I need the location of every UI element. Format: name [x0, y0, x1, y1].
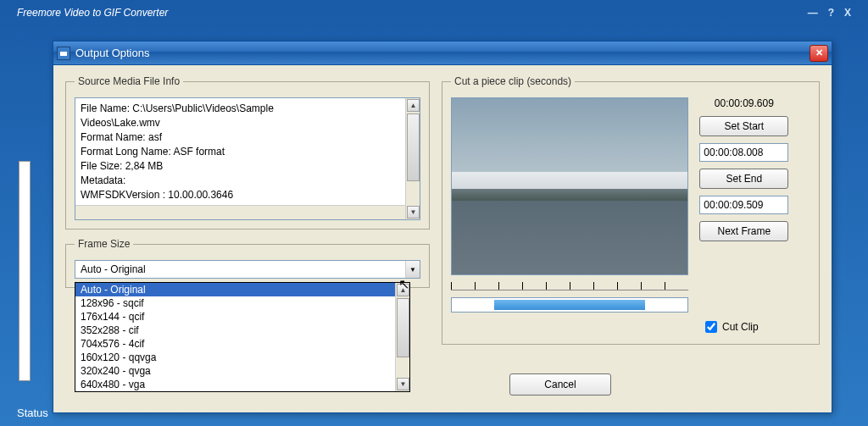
scroll-thumb[interactable]: [397, 298, 409, 357]
cut-controls: 00:00:09.609 Set Start Set End Next Fram…: [699, 97, 788, 248]
video-preview[interactable]: [451, 97, 688, 275]
cut-clip-fieldset: Cut a piece clip (seconds) 00:00:09.609 …: [442, 75, 820, 345]
cut-clip-text: Cut Clip: [722, 321, 759, 333]
parent-content-edge: [19, 161, 31, 381]
dialog-title: Output Options: [75, 47, 810, 59]
dialog-titlebar[interactable]: Output Options ✕: [53, 41, 832, 65]
chevron-down-icon[interactable]: ▼: [405, 261, 420, 278]
slider-selection: [494, 300, 645, 310]
timeline-slider[interactable]: [451, 297, 688, 313]
cut-clip-checkbox-label[interactable]: Cut Clip: [705, 321, 759, 333]
end-time-field[interactable]: [699, 196, 788, 214]
preview-sky: [452, 98, 687, 178]
source-media-legend: Source Media File Info: [75, 75, 183, 87]
start-time-field[interactable]: [699, 143, 788, 162]
frame-size-dropdown[interactable]: Auto - Original 128x96 - sqcif 176x144 -…: [75, 282, 410, 392]
set-start-button[interactable]: Set Start: [699, 116, 788, 136]
scroll-up-icon[interactable]: ▲: [397, 284, 409, 296]
parent-titlebar: Freemore Video to GIF Converter — ? X: [0, 0, 868, 25]
dialog-close-button[interactable]: ✕: [810, 45, 828, 62]
dropdown-scrollbar[interactable]: ▲ ▼: [395, 283, 409, 391]
info-line: Format Long Name: ASF format: [81, 145, 415, 159]
cut-clip-legend: Cut a piece clip (seconds): [451, 75, 575, 87]
ruler-ticks: [451, 282, 688, 290]
dropdown-item[interactable]: 320x240 - qvga: [75, 364, 395, 378]
set-end-button[interactable]: Set End: [699, 169, 788, 189]
source-info-textbox[interactable]: File Name: C:\Users\Public\Videos\Sample…: [75, 97, 420, 220]
info-line: Videos\Lake.wmv: [81, 116, 415, 130]
timeline-ruler: [451, 282, 688, 294]
dropdown-item[interactable]: 704x576 - 4cif: [75, 337, 395, 351]
dropdown-item[interactable]: 352x288 - cif: [75, 324, 395, 337]
close-button[interactable]: X: [844, 7, 851, 19]
current-time-label: 00:00:09.609: [699, 97, 788, 109]
status-label: Status: [17, 407, 48, 419]
info-scrollbar-horizontal[interactable]: [75, 205, 405, 219]
minimize-button[interactable]: —: [808, 7, 818, 19]
dropdown-item[interactable]: 640x480 - vga: [75, 378, 395, 391]
next-frame-button[interactable]: Next Frame: [699, 221, 788, 241]
dialog-icon: [57, 47, 70, 60]
info-line: File Size: 2,84 MB: [81, 159, 415, 174]
frame-size-fieldset: Frame Size Auto - Original ▼: [65, 238, 430, 288]
info-line: File Name: C:\Users\Public\Videos\Sample: [81, 102, 415, 116]
info-line: Format Name: asf: [81, 130, 415, 145]
dropdown-item[interactable]: 176x144 - qcif: [75, 310, 395, 324]
info-line: WMFSDKVersion : 10.00.00.3646: [81, 188, 415, 202]
parent-title: Freemore Video to GIF Converter: [17, 7, 168, 19]
cut-clip-checkbox[interactable]: [705, 321, 717, 333]
dropdown-item[interactable]: 128x96 - sqcif: [75, 296, 395, 310]
preview-water: [452, 201, 687, 274]
scroll-up-icon[interactable]: ▲: [407, 99, 420, 112]
frame-size-selected: Auto - Original: [81, 263, 146, 275]
frame-size-legend: Frame Size: [75, 238, 133, 250]
dropdown-item[interactable]: Auto - Original: [75, 283, 395, 296]
scroll-down-icon[interactable]: ▼: [407, 206, 420, 219]
cancel-button[interactable]: Cancel: [509, 373, 611, 396]
source-media-fieldset: Source Media File Info File Name: C:\Use…: [65, 75, 430, 230]
help-button[interactable]: ?: [828, 7, 834, 19]
info-scrollbar-vertical[interactable]: ▲ ▼: [405, 98, 420, 219]
scroll-thumb[interactable]: [407, 113, 420, 181]
preview-mountains: [452, 172, 687, 200]
frame-size-combobox[interactable]: Auto - Original ▼: [75, 260, 420, 279]
info-line: Metadata:: [81, 174, 415, 188]
scroll-down-icon[interactable]: ▼: [397, 378, 409, 390]
dropdown-item[interactable]: 160x120 - qqvga: [75, 351, 395, 364]
right-column: Cut a piece clip (seconds) 00:00:09.609 …: [442, 75, 820, 396]
parent-window-controls: — ? X: [808, 7, 851, 19]
